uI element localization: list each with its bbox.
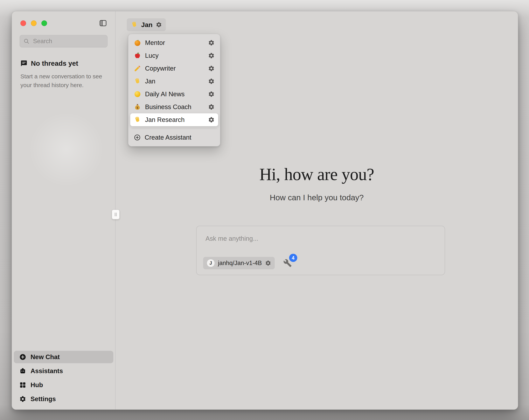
- chat-input-card[interactable]: J janhq/Jan-v1-4B 4: [196, 226, 445, 275]
- assistant-selector-label: Jan: [141, 21, 153, 28]
- chat-bubble-icon: [20, 60, 27, 67]
- assistant-menu-item-business-coach[interactable]: $Business Coach: [130, 101, 218, 113]
- zoom-button[interactable]: [41, 20, 47, 26]
- chat-input[interactable]: [205, 235, 420, 243]
- assistant-menu-label: Lucy: [145, 52, 204, 59]
- pencil-icon: [134, 65, 141, 72]
- greeting-heading: Hi, how are you?: [116, 164, 518, 184]
- welcome-block: Hi, how are you? How can I help you toda…: [116, 164, 518, 202]
- yellow-circle-icon: [134, 90, 141, 98]
- sidebar-item-new-chat[interactable]: New Chat: [14, 351, 113, 363]
- gear-icon: [19, 395, 26, 403]
- gear-icon[interactable]: [208, 40, 215, 46]
- assistant-menu: MentorLucyCopywriterJanDaily AI News$Bus…: [128, 34, 220, 146]
- sidebar-item-hub[interactable]: Hub: [14, 379, 113, 391]
- search-bar[interactable]: [20, 35, 107, 47]
- empty-state-description: Start a new conversation to see your thr…: [20, 72, 107, 89]
- drag-dots-icon: [113, 212, 118, 217]
- sidebar: No threads yet Start a new conversation …: [12, 11, 116, 409]
- search-input[interactable]: [33, 38, 104, 45]
- main-area: Jan MentorLucyCopywriterJanDaily AI News…: [116, 11, 518, 409]
- sidebar-item-label: New Chat: [30, 353, 60, 361]
- model-selector[interactable]: J janhq/Jan-v1-4B: [203, 257, 275, 269]
- empty-state-title: No threads yet: [31, 59, 78, 67]
- model-name: janhq/Jan-v1-4B: [218, 259, 262, 267]
- sidebar-nav: New ChatAssistantsHubSettings: [12, 351, 115, 409]
- waving-hand-icon: [131, 21, 138, 28]
- plus-circle-icon: [134, 134, 141, 141]
- assistant-menu-label: Daily AI News: [145, 90, 204, 98]
- assistant-menu-item-mentor[interactable]: Mentor: [130, 36, 218, 49]
- waving-hand-icon: [134, 78, 141, 85]
- assistant-menu-label: Business Coach: [145, 103, 204, 111]
- gear-icon[interactable]: [208, 91, 215, 97]
- tools-button[interactable]: 4: [283, 259, 292, 267]
- assistant-menu-label: Mentor: [145, 39, 204, 46]
- gear-icon[interactable]: [265, 260, 271, 266]
- sidebar-titlebar: [12, 11, 115, 27]
- assistant-selector[interactable]: Jan: [127, 18, 166, 31]
- sidebar-item-label: Settings: [30, 395, 56, 403]
- threads-empty-state: No threads yet Start a new conversation …: [20, 59, 107, 89]
- assistant-menu-item-jan[interactable]: Jan: [130, 75, 218, 88]
- money-bag-icon: $: [134, 103, 141, 111]
- apple-icon: [134, 52, 141, 59]
- sidebar-item-settings[interactable]: Settings: [14, 393, 113, 405]
- waving-hand-icon: [134, 116, 141, 123]
- app-window: No threads yet Start a new conversation …: [12, 11, 518, 410]
- gear-icon[interactable]: [156, 22, 162, 28]
- sidebar-toggle-icon[interactable]: [99, 19, 107, 27]
- assistant-menu-item-jan-research[interactable]: Jan Research: [130, 113, 218, 126]
- gear-icon[interactable]: [208, 65, 215, 72]
- tools-badge: 4: [289, 254, 297, 262]
- window-controls: [20, 20, 47, 26]
- close-button[interactable]: [20, 20, 26, 26]
- create-assistant-item[interactable]: Create Assistant: [130, 131, 218, 144]
- minimize-button[interactable]: [31, 20, 37, 26]
- assistant-menu-item-lucy[interactable]: Lucy: [130, 49, 218, 62]
- assistant-menu-label: Jan Research: [145, 116, 204, 123]
- hub-icon: [19, 381, 26, 389]
- sidebar-item-assistants[interactable]: Assistants: [14, 365, 113, 377]
- svg-text:$: $: [136, 106, 138, 109]
- plus-circle-icon: [19, 353, 26, 361]
- assistant-menu-item-copywriter[interactable]: Copywriter: [130, 62, 218, 75]
- greeting-subtitle: How can I help you today?: [116, 193, 518, 202]
- search-icon: [23, 38, 29, 44]
- model-avatar: J: [207, 259, 215, 267]
- assistant-menu-item-daily-ai-news[interactable]: Daily AI News: [130, 88, 218, 101]
- assistants-icon: [19, 367, 26, 375]
- sidebar-resize-handle[interactable]: [112, 210, 119, 219]
- assistant-menu-label: Jan: [145, 78, 204, 85]
- orange-circle-icon: [134, 39, 141, 46]
- sidebar-item-label: Assistants: [30, 367, 63, 375]
- gear-icon[interactable]: [208, 78, 215, 85]
- gear-icon[interactable]: [208, 52, 215, 59]
- gear-icon[interactable]: [208, 116, 215, 123]
- assistant-menu-label: Copywriter: [145, 65, 204, 72]
- create-assistant-label: Create Assistant: [145, 134, 215, 141]
- sidebar-item-label: Hub: [30, 381, 43, 389]
- gear-icon[interactable]: [208, 104, 215, 110]
